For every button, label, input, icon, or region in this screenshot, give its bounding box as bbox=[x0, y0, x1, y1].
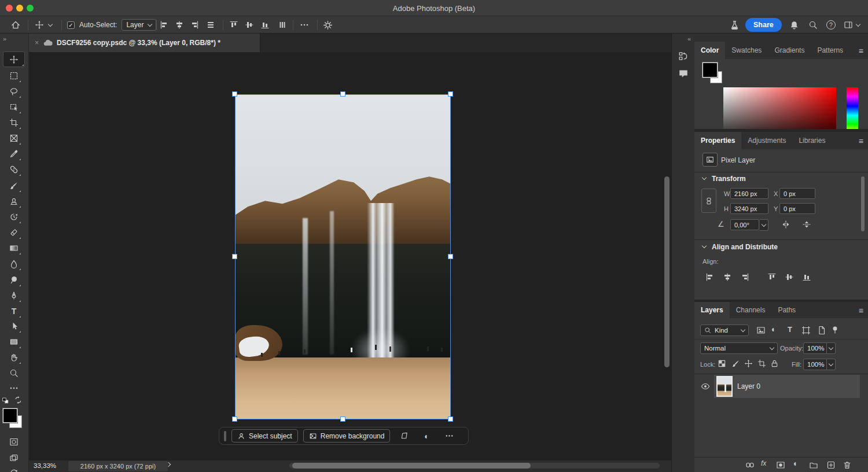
tool-gradient[interactable] bbox=[6, 241, 21, 255]
tab-properties[interactable]: Properties bbox=[694, 132, 741, 149]
beta-flask-icon[interactable] bbox=[730, 16, 740, 34]
tool-zoom[interactable] bbox=[6, 366, 21, 380]
align-horizontal-centers-button[interactable] bbox=[723, 272, 732, 282]
distribute-vertical-button[interactable] bbox=[278, 16, 287, 34]
color-panel-menu-icon[interactable]: ≡ bbox=[859, 46, 863, 56]
align-bottom-edges-button[interactable] bbox=[802, 272, 811, 282]
align-right-edges-button[interactable] bbox=[740, 272, 749, 282]
tool-lasso[interactable] bbox=[6, 84, 21, 98]
align-top-edges-button[interactable] bbox=[229, 16, 238, 34]
default-colors-icon[interactable] bbox=[2, 397, 9, 404]
align-vertical-centers-button[interactable] bbox=[245, 16, 254, 34]
align-horizontal-centers-button[interactable] bbox=[175, 16, 184, 34]
transform-handle-bottom-center[interactable] bbox=[340, 416, 345, 422]
tab-layers[interactable]: Layers bbox=[694, 302, 730, 318]
tool-move[interactable] bbox=[3, 51, 25, 67]
remove-background-button[interactable]: Remove background bbox=[303, 429, 391, 443]
layer-visibility-eye-icon[interactable] bbox=[701, 382, 710, 391]
more-options-button[interactable] bbox=[300, 16, 309, 34]
distribute-horizontal-button[interactable] bbox=[206, 16, 215, 34]
filter-shape-layers-icon[interactable] bbox=[801, 326, 811, 335]
notifications-bell-button[interactable] bbox=[789, 16, 799, 34]
layers-panel-menu-icon[interactable]: ≡ bbox=[859, 306, 863, 315]
edit-toolbar-button[interactable] bbox=[6, 381, 21, 395]
tool-hand[interactable] bbox=[6, 351, 21, 364]
fill-dropdown-chevron[interactable] bbox=[827, 359, 836, 370]
tab-adjustments[interactable]: Adjustments bbox=[741, 132, 792, 149]
home-button[interactable] bbox=[10, 16, 21, 34]
new-group-button[interactable] bbox=[809, 460, 818, 470]
document-info[interactable]: 2160 px x 3240 px (72 ppi) bbox=[68, 461, 168, 471]
width-field[interactable]: 2160 px bbox=[730, 188, 768, 199]
tool-clone-stamp[interactable] bbox=[6, 194, 21, 208]
help-button[interactable]: ? bbox=[826, 16, 836, 34]
height-field[interactable]: 3240 px bbox=[730, 203, 768, 214]
tab-paths[interactable]: Paths bbox=[771, 302, 802, 318]
tool-spot-healing-brush[interactable] bbox=[6, 163, 21, 176]
tool-blur[interactable] bbox=[6, 257, 21, 271]
align-left-edges-button[interactable] bbox=[705, 272, 715, 282]
tab-gradients[interactable]: Gradients bbox=[768, 42, 811, 59]
flip-vertical-button[interactable] bbox=[802, 220, 811, 229]
tab-color[interactable]: Color bbox=[694, 42, 725, 59]
flip-horizontal-button[interactable] bbox=[781, 220, 790, 229]
align-left-edges-button[interactable] bbox=[160, 16, 169, 34]
collapse-panels-chevron[interactable]: « bbox=[687, 35, 691, 42]
transform-section-label[interactable]: Transform bbox=[712, 175, 746, 183]
tool-type[interactable]: T bbox=[6, 304, 21, 318]
transform-handle-top-center[interactable] bbox=[340, 91, 345, 97]
transform-handle-top-left[interactable] bbox=[232, 91, 237, 97]
transform-handle-middle-right[interactable] bbox=[448, 254, 453, 259]
opacity-dropdown-chevron[interactable] bbox=[827, 342, 836, 354]
move-tool-option-icon[interactable] bbox=[35, 20, 44, 30]
filter-pixel-layers-icon[interactable] bbox=[756, 326, 766, 335]
filter-toggle-icon[interactable] bbox=[830, 325, 840, 334]
new-adjustment-layer-button[interactable]: ◐ bbox=[793, 459, 798, 468]
auto-select-target-dropdown[interactable]: Layer bbox=[122, 19, 156, 31]
tool-dodge[interactable] bbox=[6, 273, 21, 287]
comments-panel-icon[interactable] bbox=[678, 68, 689, 79]
tool-object-selection[interactable] bbox=[6, 100, 21, 114]
add-layer-mask-button[interactable] bbox=[776, 460, 785, 470]
layer-thumbnail[interactable] bbox=[716, 376, 733, 397]
layer-filter-kind-dropdown[interactable]: Kind bbox=[700, 325, 749, 336]
tab-swatches[interactable]: Swatches bbox=[725, 42, 768, 59]
screen-mode-button[interactable] bbox=[6, 451, 21, 465]
lock-position-icon[interactable] bbox=[744, 359, 753, 368]
filter-smart-objects-icon[interactable] bbox=[817, 326, 826, 335]
tool-frame[interactable] bbox=[6, 131, 21, 145]
align-section-chevron[interactable] bbox=[702, 244, 707, 248]
taskbar-more-options[interactable] bbox=[440, 429, 458, 443]
transform-handle-middle-left[interactable] bbox=[232, 254, 237, 259]
lock-all-icon[interactable] bbox=[770, 359, 779, 368]
quick-mask-mode-button[interactable] bbox=[6, 435, 21, 449]
filter-type-layers-icon[interactable]: T bbox=[788, 325, 792, 334]
tool-history-brush[interactable] bbox=[6, 210, 21, 224]
lock-transparent-pixels-icon[interactable] bbox=[718, 359, 726, 368]
vertical-scrollbar[interactable] bbox=[664, 52, 670, 460]
opacity-field[interactable]: 100% bbox=[803, 342, 827, 354]
align-vertical-centers-button[interactable] bbox=[785, 272, 794, 282]
align-top-edges-button[interactable] bbox=[767, 272, 777, 282]
y-field[interactable]: 0 px bbox=[779, 203, 815, 214]
properties-panel-menu-icon[interactable]: ≡ bbox=[859, 137, 863, 146]
link-layers-button[interactable] bbox=[745, 460, 755, 470]
tool-path-selection[interactable] bbox=[6, 319, 21, 333]
tab-close-icon[interactable]: × bbox=[35, 39, 39, 47]
foreground-color-swatch[interactable] bbox=[3, 408, 17, 423]
swap-colors-icon[interactable] bbox=[14, 396, 23, 404]
layer-name[interactable]: Layer 0 bbox=[737, 382, 760, 390]
tool-rectangular-marquee[interactable] bbox=[6, 69, 21, 83]
lock-artboard-icon[interactable] bbox=[757, 359, 766, 368]
new-layer-button[interactable] bbox=[826, 460, 836, 470]
tool-shape[interactable] bbox=[6, 335, 21, 349]
expand-tools-chevron[interactable]: » bbox=[3, 35, 6, 42]
zoom-level[interactable]: 33,33% bbox=[34, 462, 56, 469]
rotation-dropdown-chevron[interactable] bbox=[760, 219, 768, 231]
chevron-down-icon[interactable] bbox=[856, 21, 860, 26]
tab-channels[interactable]: Channels bbox=[730, 302, 772, 318]
x-field[interactable]: 0 px bbox=[779, 188, 815, 199]
workspace-settings-gear-button[interactable] bbox=[323, 16, 333, 34]
adjustments-icon[interactable]: ◐ bbox=[418, 429, 435, 443]
tab-libraries[interactable]: Libraries bbox=[792, 132, 832, 149]
